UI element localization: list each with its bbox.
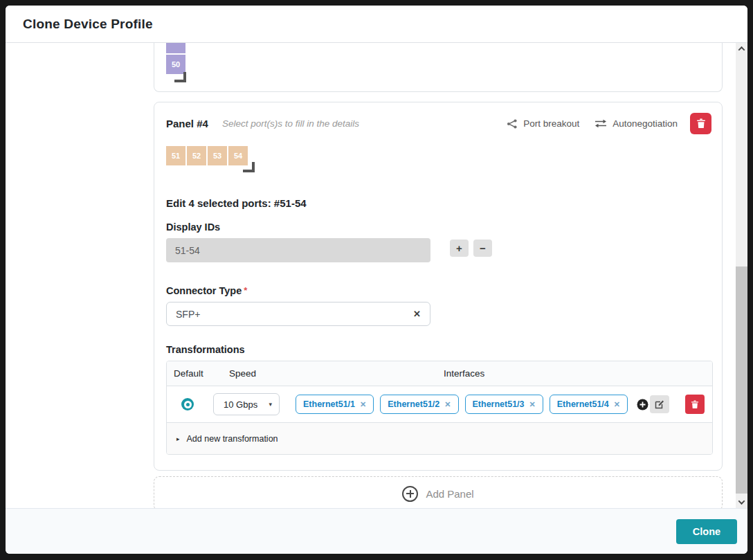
- radio-dot: [186, 403, 190, 406]
- remove-interface-icon[interactable]: ✕: [444, 400, 451, 409]
- radio-ring: [184, 401, 192, 408]
- transformation-row: 10 Gbps ▾ Ethernet51/1 ✕ Ethernet51/2 ✕: [167, 386, 712, 422]
- port-box-53[interactable]: 53: [208, 146, 227, 165]
- speed-select[interactable]: 10 Gbps ▾: [213, 393, 280, 415]
- trash-icon: [691, 400, 699, 409]
- interface-tag-label: Ethernet51/1: [303, 399, 355, 409]
- clone-device-profile-dialog: Clone Device Profile 50 Panel #4 Select …: [6, 6, 747, 554]
- display-ids-row: 51-54 + −: [166, 238, 711, 262]
- chevron-up-icon: [738, 46, 745, 53]
- default-radio-selected[interactable]: [181, 398, 194, 410]
- panel-hint: Select port(s)s to fill in the details: [222, 118, 359, 129]
- port-box-50[interactable]: 50: [166, 55, 185, 74]
- transformations-table-header: Default Speed Interfaces: [167, 361, 712, 386]
- port-box-partial[interactable]: [166, 43, 185, 53]
- dialog-content: 50 Panel #4 Select port(s)s to fill in t…: [154, 43, 723, 508]
- dialog-header: Clone Device Profile: [6, 6, 747, 43]
- interface-tag[interactable]: Ethernet51/2 ✕: [380, 395, 458, 414]
- speed-value: 10 Gbps: [224, 399, 257, 410]
- disclosure-triangle-icon: ▸: [176, 435, 180, 442]
- decrement-button[interactable]: −: [473, 240, 492, 257]
- add-new-transformation-toggle[interactable]: ▸ Add new transformation: [167, 422, 712, 454]
- panel-3-card: 50: [154, 43, 723, 92]
- interface-tags: Ethernet51/1 ✕ Ethernet51/2 ✕ Ethernet51…: [296, 395, 628, 414]
- vertical-scrollbar[interactable]: [736, 43, 747, 508]
- connector-type-select[interactable]: SFP+ ✕: [166, 302, 430, 326]
- clear-connector-icon[interactable]: ✕: [413, 309, 421, 319]
- column-header-interfaces: Interfaces: [444, 368, 712, 379]
- autonegotiation-button[interactable]: Autonegotiation: [595, 118, 678, 129]
- increment-button[interactable]: +: [450, 240, 469, 257]
- edit-transformation-button[interactable]: [650, 395, 669, 413]
- dialog-body: 50 Panel #4 Select port(s)s to fill in t…: [6, 43, 747, 508]
- port-box-51[interactable]: 51: [166, 146, 185, 165]
- transformations-table: Default Speed Interfaces 10 Gbps ▾: [166, 361, 713, 455]
- trash-icon: [696, 118, 706, 129]
- add-panel-label: Add Panel: [426, 488, 473, 500]
- panel-header-actions: Port breakout Autone: [507, 113, 711, 134]
- port-breakout-label: Port breakout: [523, 118, 579, 129]
- remove-interface-icon[interactable]: ✕: [614, 400, 620, 409]
- port-breakout-button[interactable]: Port breakout: [507, 118, 579, 129]
- required-asterisk: *: [244, 285, 247, 296]
- column-header-default: Default: [167, 368, 229, 379]
- display-ids-value: 51-54: [175, 245, 200, 256]
- panel-resize-handle[interactable]: [243, 162, 255, 172]
- edit-selected-ports-heading: Edit 4 selected ports: #51-54: [166, 197, 711, 209]
- panel-4-ports-row: 51 52 53 54: [166, 146, 711, 174]
- port-breakout-icon: [507, 118, 518, 129]
- panel-title: Panel #4: [166, 118, 208, 129]
- add-interface-button[interactable]: [637, 399, 648, 410]
- column-header-speed: Speed: [229, 368, 444, 379]
- clone-button[interactable]: Clone: [676, 519, 737, 544]
- panel-4-header: Panel #4 Select port(s)s to fill in the …: [166, 113, 711, 134]
- scroll-up-button[interactable]: [736, 43, 747, 55]
- edit-pencil-icon: [655, 399, 664, 409]
- autonegotiation-label: Autonegotiation: [613, 118, 678, 129]
- port-box-52[interactable]: 52: [187, 146, 206, 165]
- delete-panel-button[interactable]: [690, 113, 711, 134]
- interface-tag[interactable]: Ethernet51/4 ✕: [550, 395, 628, 414]
- display-ids-label: Display IDs: [166, 222, 711, 233]
- chevron-down-icon: [738, 498, 745, 505]
- dialog-footer: Clone: [6, 508, 747, 554]
- panel-resize-handle[interactable]: [174, 72, 186, 82]
- remove-interface-icon[interactable]: ✕: [529, 400, 536, 409]
- interface-tag[interactable]: Ethernet51/1 ✕: [296, 395, 374, 414]
- remove-interface-icon[interactable]: ✕: [360, 400, 366, 409]
- interface-tag-label: Ethernet51/2: [388, 399, 439, 409]
- scrollbar-thumb[interactable]: [736, 267, 747, 494]
- add-new-transformation-label: Add new transformation: [187, 434, 278, 444]
- plus-circle-outline-icon: [402, 486, 418, 502]
- plus-circle-icon: [637, 399, 648, 410]
- display-ids-stepper: + −: [450, 240, 492, 257]
- connector-type-value: SFP+: [176, 309, 200, 320]
- chevron-down-icon: ▾: [269, 401, 272, 408]
- display-ids-input[interactable]: 51-54: [166, 238, 430, 262]
- transformation-row-actions: [650, 395, 705, 414]
- dialog-title: Clone Device Profile: [23, 17, 153, 32]
- connector-type-label-row: Connector Type*: [166, 285, 711, 296]
- autonegotiation-icon: [595, 119, 607, 128]
- panel-4-card: Panel #4 Select port(s)s to fill in the …: [154, 102, 723, 471]
- connector-type-label: Connector Type: [166, 285, 242, 296]
- interface-tag[interactable]: Ethernet51/3 ✕: [465, 395, 543, 414]
- add-panel-button[interactable]: Add Panel: [154, 476, 723, 508]
- interface-tag-label: Ethernet51/4: [557, 399, 609, 409]
- panel-3-ports: 50: [166, 43, 185, 74]
- interface-tag-label: Ethernet51/3: [473, 399, 525, 409]
- scroll-down-button[interactable]: [736, 496, 747, 508]
- delete-transformation-button[interactable]: [685, 395, 705, 414]
- transformations-label: Transformations: [166, 344, 711, 355]
